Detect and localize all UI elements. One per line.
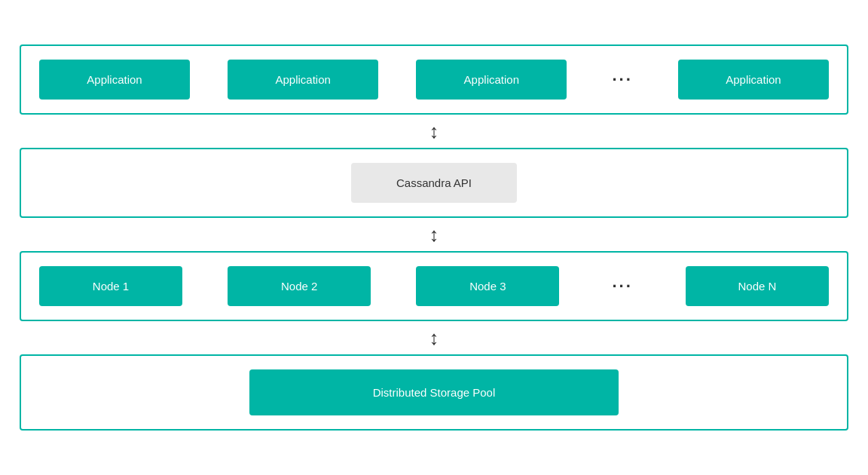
storage-layer: Distributed Storage Pool [20, 354, 848, 431]
architecture-diagram: Application Application Application ··· … [20, 44, 848, 431]
node-box-1: Node 1 [39, 266, 182, 306]
application-box-3: Application [416, 60, 567, 100]
application-box-2: Application [228, 60, 378, 100]
nodes-layer: Node 1 Node 2 Node 3 ··· Node N [20, 251, 848, 321]
application-box-1: Application [39, 60, 190, 100]
arrow-3: ↕ [429, 321, 439, 354]
ellipsis-1: ··· [604, 70, 640, 90]
cassandra-api-box: Cassandra API [351, 163, 517, 203]
apps-row: Application Application Application ··· … [39, 60, 829, 100]
arrow-2: ↕ [429, 218, 439, 251]
applications-layer: Application Application Application ··· … [20, 44, 848, 115]
node-box-2: Node 2 [228, 266, 371, 306]
api-layer: Cassandra API [20, 148, 848, 218]
node-box-3: Node 3 [416, 266, 559, 306]
node-box-n: Node N [686, 266, 829, 306]
application-box-4: Application [678, 60, 829, 100]
nodes-row: Node 1 Node 2 Node 3 ··· Node N [39, 266, 829, 306]
ellipsis-2: ··· [604, 277, 640, 296]
storage-pool-box: Distributed Storage Pool [249, 369, 619, 415]
arrow-1: ↕ [429, 115, 439, 148]
